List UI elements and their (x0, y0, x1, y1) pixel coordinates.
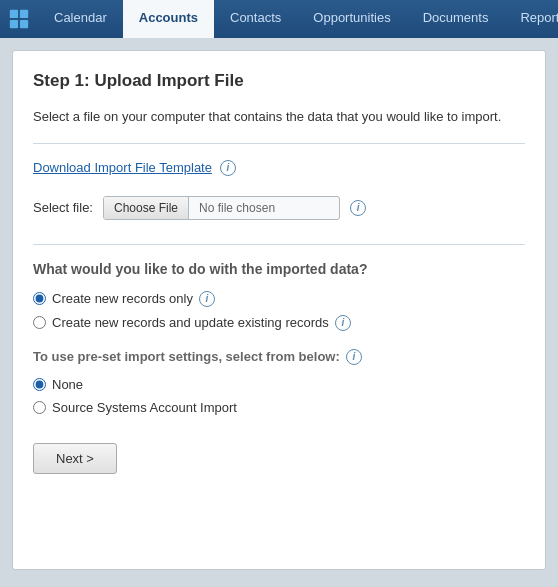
file-select-row: Select file: Choose File No file chosen … (33, 196, 525, 220)
radio-create-update[interactable] (33, 316, 46, 329)
preset-label: To use pre-set import settings, select f… (33, 349, 525, 365)
nav-tab-accounts[interactable]: Accounts (123, 0, 214, 38)
create-new-info-icon[interactable]: i (199, 291, 215, 307)
nav-tab-contacts[interactable]: Contacts (214, 0, 297, 38)
nav-tab-calendar[interactable]: Calendar (38, 0, 123, 38)
svg-rect-1 (20, 10, 28, 18)
page-title: Step 1: Upload Import File (33, 71, 525, 91)
radio-preset-none-label: None (52, 377, 83, 392)
preset-label-text: To use pre-set import settings, select f… (33, 349, 340, 364)
download-row: Download Import File Template i (33, 160, 525, 176)
file-info-icon[interactable]: i (350, 200, 366, 216)
nav-tab-reports[interactable]: Reports (504, 0, 558, 38)
radio-row-source-systems: Source Systems Account Import (33, 400, 525, 415)
radio-row-none: None (33, 377, 525, 392)
app-logo (0, 0, 38, 38)
choose-file-button[interactable]: Choose File (104, 197, 189, 219)
main-content: Step 1: Upload Import File Select a file… (12, 50, 546, 570)
download-info-icon[interactable]: i (220, 160, 236, 176)
divider-2 (33, 244, 525, 245)
radio-preset-source-systems-label: Source Systems Account Import (52, 400, 237, 415)
svg-rect-2 (10, 20, 18, 28)
radio-create-update-label: Create new records and update existing r… (52, 315, 329, 330)
file-select-label: Select file: (33, 200, 93, 215)
radio-row-create-new: Create new records only i (33, 291, 525, 307)
nav-tab-opportunities[interactable]: Opportunities (297, 0, 406, 38)
radio-preset-source-systems[interactable] (33, 401, 46, 414)
nav-bar: Calendar Accounts Contacts Opportunities… (0, 0, 558, 38)
description-text: Select a file on your computer that cont… (33, 107, 525, 127)
radio-preset-none[interactable] (33, 378, 46, 391)
no-file-text: No file chosen (189, 197, 339, 219)
radio-create-new[interactable] (33, 292, 46, 305)
divider-1 (33, 143, 525, 144)
radio-create-new-label: Create new records only (52, 291, 193, 306)
svg-rect-3 (20, 20, 28, 28)
import-question: What would you like to do with the impor… (33, 261, 525, 277)
radio-row-create-update: Create new records and update existing r… (33, 315, 525, 331)
download-template-link[interactable]: Download Import File Template (33, 160, 212, 175)
svg-rect-0 (10, 10, 18, 18)
create-update-info-icon[interactable]: i (335, 315, 351, 331)
preset-info-icon[interactable]: i (346, 349, 362, 365)
next-button[interactable]: Next > (33, 443, 117, 474)
file-input-wrapper: Choose File No file chosen (103, 196, 340, 220)
nav-tab-documents[interactable]: Documents (407, 0, 505, 38)
